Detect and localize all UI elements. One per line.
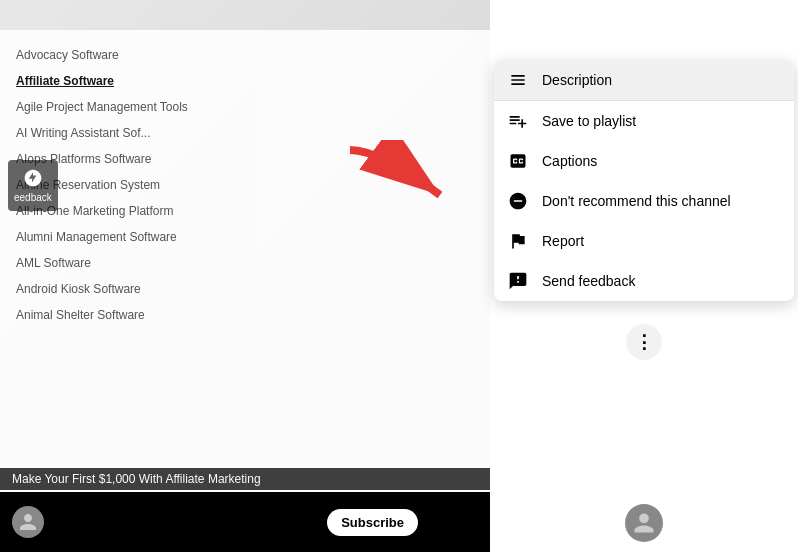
menu-item-dont-recommend[interactable]: Don't recommend this channel bbox=[494, 181, 794, 221]
feedback-overlay: eedback bbox=[8, 160, 58, 211]
screen-content: Advocacy Software Affiliate Software Agi… bbox=[0, 30, 490, 522]
menu-item-captions-label: Captions bbox=[542, 153, 597, 169]
channel-avatar bbox=[12, 506, 44, 538]
menu-item-save-playlist-label: Save to playlist bbox=[542, 113, 636, 129]
three-dot-button[interactable]: ⋮ bbox=[626, 324, 662, 360]
three-dots-icon: ⋮ bbox=[635, 333, 654, 351]
screen-item: AIops Platforms Software bbox=[16, 146, 474, 172]
menu-item-send-feedback[interactable]: Send feedback bbox=[494, 261, 794, 301]
menu-item-report[interactable]: Report bbox=[494, 221, 794, 261]
video-title: Make Your First $1,000 With Affiliate Ma… bbox=[12, 472, 261, 486]
right-panel: Description Save to playlist Captions Do… bbox=[490, 0, 798, 552]
screen-item: Affiliate Software bbox=[16, 68, 474, 94]
description-icon bbox=[508, 70, 528, 90]
captions-icon bbox=[508, 151, 528, 171]
menu-item-send-feedback-label: Send feedback bbox=[542, 273, 635, 289]
screen-item: Agile Project Management Tools bbox=[16, 94, 474, 120]
screen-item: Advocacy Software bbox=[16, 42, 474, 68]
menu-item-description[interactable]: Description bbox=[494, 60, 794, 100]
subscribe-button[interactable]: Subscribe bbox=[327, 509, 418, 536]
menu-item-captions[interactable]: Captions bbox=[494, 141, 794, 181]
menu-item-description-label: Description bbox=[542, 72, 612, 88]
video-panel: Advocacy Software Affiliate Software Agi… bbox=[0, 0, 490, 552]
screen-item: Android Kiosk Software bbox=[16, 276, 474, 302]
screen-item: All-in-One Marketing Platform bbox=[16, 198, 474, 224]
screen-item: Animal Shelter Software bbox=[16, 302, 474, 328]
send-feedback-icon bbox=[508, 271, 528, 291]
report-icon bbox=[508, 231, 528, 251]
screen-item: Airline Reservation System bbox=[16, 172, 474, 198]
menu-item-save-playlist[interactable]: Save to playlist bbox=[494, 101, 794, 141]
context-menu: Description Save to playlist Captions Do… bbox=[494, 60, 794, 301]
user-avatar bbox=[625, 504, 663, 542]
video-title-bar: Make Your First $1,000 With Affiliate Ma… bbox=[0, 468, 490, 490]
save-playlist-icon bbox=[508, 111, 528, 131]
screen-item: AI Writing Assistant Sof... bbox=[16, 120, 474, 146]
dont-recommend-icon bbox=[508, 191, 528, 211]
menu-item-report-label: Report bbox=[542, 233, 584, 249]
screen-item: AML Software bbox=[16, 250, 474, 276]
screen-item: Alumni Management Software bbox=[16, 224, 474, 250]
bottom-bar: Subscribe bbox=[0, 492, 490, 552]
menu-item-dont-recommend-label: Don't recommend this channel bbox=[542, 193, 731, 209]
